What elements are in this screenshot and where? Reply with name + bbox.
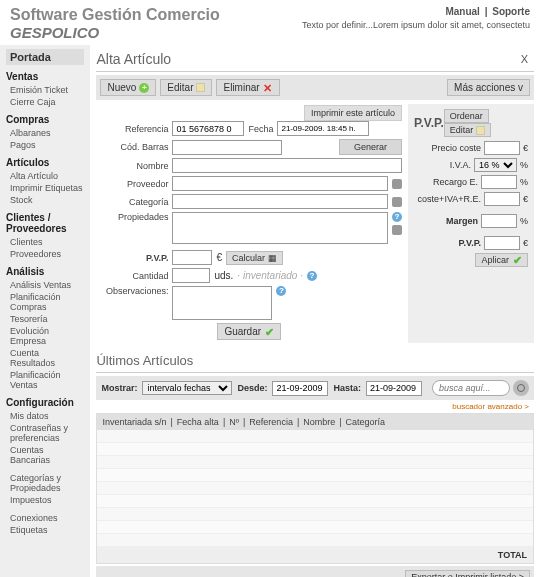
sidebar-item[interactable]: Planificación Compras xyxy=(6,291,84,313)
total-row: TOTAL xyxy=(97,547,533,563)
sidebar-portada[interactable]: Portada xyxy=(6,49,84,65)
proveedor-input[interactable] xyxy=(172,176,388,191)
column-header[interactable]: Categoría xyxy=(346,417,386,427)
sidebar-item[interactable]: Stock xyxy=(6,194,84,206)
page-title: Alta Artículo xyxy=(96,51,171,67)
referencia-input[interactable] xyxy=(172,121,244,136)
sidebar-item[interactable]: Clientes xyxy=(6,236,84,248)
sidebar-item[interactable]: Contraseñas y preferencias xyxy=(6,422,84,444)
manual-link[interactable]: Manual xyxy=(445,6,479,17)
table-row xyxy=(97,521,533,534)
guardar-button[interactable]: Guardar✔ xyxy=(217,323,281,340)
close-icon[interactable]: X xyxy=(515,53,534,65)
column-header[interactable]: Nº xyxy=(229,417,239,427)
sidebar-item[interactable]: Análisis Ventas xyxy=(6,279,84,291)
generar-button[interactable]: Generar xyxy=(339,139,402,155)
sidebar-item[interactable]: Emisión Ticket xyxy=(6,84,84,96)
precio-coste-input[interactable] xyxy=(484,141,520,155)
column-header[interactable]: Referencia xyxy=(249,417,293,427)
inventariado-text: · inventariado · xyxy=(237,270,303,281)
hasta-input[interactable] xyxy=(366,381,422,396)
database-icon[interactable] xyxy=(392,197,402,207)
mostrar-select[interactable]: intervalo fechas xyxy=(142,381,232,395)
sidebar-item[interactable]: Evolución Empresa xyxy=(6,325,84,347)
desde-input[interactable] xyxy=(272,381,328,396)
sidebar-group-title[interactable]: Configuración xyxy=(6,397,84,408)
soporte-link[interactable]: Soporte xyxy=(492,6,530,17)
table-row xyxy=(97,495,533,508)
mas-acciones-button[interactable]: Más acciones v xyxy=(447,79,530,96)
info-icon[interactable]: ? xyxy=(276,286,286,296)
sidebar-item[interactable]: Tesorería xyxy=(6,313,84,325)
imprimir-articulo-button[interactable]: Imprimir este artículo xyxy=(304,105,402,121)
sidebar-item[interactable]: Cuenta Resultados xyxy=(6,347,84,369)
eur-symbol: € xyxy=(216,252,222,263)
categoria-input[interactable] xyxy=(172,194,388,209)
ultimos-title: Últimos Artículos xyxy=(96,349,534,373)
buscador-avanzado-link[interactable]: buscador avanzado > xyxy=(96,400,534,413)
sidebar-item[interactable]: Planificación Ventas xyxy=(6,369,84,391)
cantidad-label: Cantidad xyxy=(96,271,168,281)
iva-label: I.V.A. xyxy=(450,160,471,170)
recargo-label: Recargo E. xyxy=(433,177,478,187)
sidebar-group-title[interactable]: Compras xyxy=(6,114,84,125)
table-row xyxy=(97,456,533,469)
pvp-final-input[interactable] xyxy=(484,236,520,250)
delete-icon: ✕ xyxy=(263,83,273,93)
articles-grid: Inventariada s/n | Fecha alta | Nº | Ref… xyxy=(96,413,534,564)
table-row xyxy=(97,534,533,547)
codbarras-input[interactable] xyxy=(172,140,282,155)
sidebar-item[interactable]: Impuestos xyxy=(6,494,84,506)
column-header[interactable]: Fecha alta xyxy=(177,417,219,427)
sidebar-item[interactable]: Imprimir Etiquetas xyxy=(6,182,84,194)
sidebar-item[interactable]: Categorías y Propiedades xyxy=(6,472,84,494)
editar-button[interactable]: Editar xyxy=(160,79,212,96)
info-icon[interactable]: ? xyxy=(392,212,402,222)
pvp-editar-button[interactable]: Editar xyxy=(444,123,492,137)
sidebar-item[interactable]: Proveedores xyxy=(6,248,84,260)
edit-icon xyxy=(476,126,485,135)
margen-input[interactable] xyxy=(481,214,517,228)
observaciones-input[interactable] xyxy=(172,286,272,320)
sidebar-group-title[interactable]: Ventas xyxy=(6,71,84,82)
iva-select[interactable]: 16 % xyxy=(474,158,517,172)
database-icon[interactable] xyxy=(392,225,402,235)
obs-label: Observaciones: xyxy=(96,286,168,296)
sidebar-item[interactable]: Alta Artículo xyxy=(6,170,84,182)
coste-total-input[interactable] xyxy=(484,192,520,206)
info-icon[interactable]: ? xyxy=(307,271,317,281)
recargo-input[interactable] xyxy=(481,175,517,189)
sidebar-item[interactable]: Pagos xyxy=(6,139,84,151)
search-input[interactable] xyxy=(432,380,510,396)
search-icon[interactable] xyxy=(513,380,529,396)
sidebar-group-title[interactable]: Clientes / Proveedores xyxy=(6,212,84,234)
column-header[interactable]: Nombre xyxy=(303,417,335,427)
sidebar-item[interactable]: Etiquetas xyxy=(6,524,84,536)
sidebar-group-title[interactable]: Análisis xyxy=(6,266,84,277)
pvp-label: P.V.P. xyxy=(96,253,168,263)
sidebar-item[interactable]: Albaranes xyxy=(6,127,84,139)
sidebar-item[interactable]: Mis datos xyxy=(6,410,84,422)
sidebar-item[interactable]: Cuentas Bancarias xyxy=(6,444,84,466)
column-header[interactable]: Inventariada s/n xyxy=(102,417,166,427)
sidebar-group-title[interactable]: Artículos xyxy=(6,157,84,168)
eliminar-button[interactable]: Eliminar✕ xyxy=(216,79,279,96)
toolbar: Nuevo+ Editar Eliminar✕ Más acciones v xyxy=(96,75,534,100)
database-icon[interactable] xyxy=(392,179,402,189)
fecha-input[interactable] xyxy=(277,121,369,136)
sidebar-item[interactable]: Conexiones xyxy=(6,512,84,524)
app-title: Software Gestión Comercio xyxy=(10,6,220,24)
aplicar-button[interactable]: Aplicar ✔ xyxy=(475,253,528,267)
cantidad-input[interactable] xyxy=(172,268,210,283)
calcular-button[interactable]: Calcular ▦ xyxy=(226,251,283,265)
ordenar-button[interactable]: Ordenar xyxy=(444,109,489,123)
propiedades-input[interactable] xyxy=(172,212,388,244)
pvp-input[interactable] xyxy=(172,250,212,265)
check-icon: ✔ xyxy=(512,255,522,265)
propiedades-label: Propiedades xyxy=(96,212,168,222)
precio-coste-label: Precio coste xyxy=(431,143,481,153)
nombre-input[interactable] xyxy=(172,158,402,173)
exportar-button[interactable]: Exportar o Imprimir listado > xyxy=(405,570,530,577)
sidebar-item[interactable]: Cierre Caja xyxy=(6,96,84,108)
nuevo-button[interactable]: Nuevo+ xyxy=(100,79,156,96)
